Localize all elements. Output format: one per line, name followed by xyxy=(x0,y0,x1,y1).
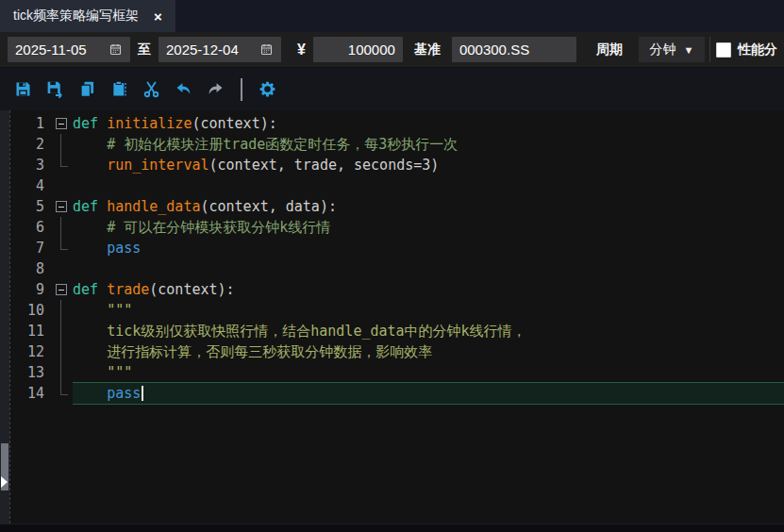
calendar-icon[interactable] xyxy=(108,42,123,57)
date-range-to-label: 至 xyxy=(138,42,151,58)
code-line[interactable]: 14 pass xyxy=(10,383,784,404)
code-text[interactable]: """ xyxy=(73,300,784,321)
code-segment: (context, trade, seconds=3) xyxy=(209,157,440,174)
undo-icon[interactable] xyxy=(174,79,193,99)
code-text[interactable]: 进行指标计算，否则每三秒获取分钟数据，影响效率 xyxy=(73,341,784,362)
code-text[interactable] xyxy=(73,175,784,196)
code-text[interactable]: """ xyxy=(73,362,784,383)
code-line[interactable]: 9def trade(context): xyxy=(10,279,784,300)
fold-guide xyxy=(52,175,73,196)
end-date-input[interactable]: 2025-12-04 xyxy=(158,37,281,62)
code-segment: # 初始化模块注册trade函数定时任务，每3秒执行一次 xyxy=(107,136,458,153)
code-segment xyxy=(73,157,107,174)
line-number: 6 xyxy=(10,217,52,238)
calendar-icon[interactable] xyxy=(259,42,274,57)
line-number: 10 xyxy=(10,300,52,321)
code-text[interactable] xyxy=(73,258,784,279)
code-segment xyxy=(73,385,107,402)
tab-strategy-file[interactable]: tick频率策略编写框架 × xyxy=(0,0,175,32)
currency-symbol: ¥ xyxy=(297,42,306,58)
fold-guide xyxy=(52,258,73,279)
paste-icon[interactable] xyxy=(109,79,129,99)
line-number: 4 xyxy=(10,175,52,196)
fold-collapse-icon[interactable] xyxy=(56,284,67,295)
code-segment: """ xyxy=(107,364,132,381)
code-area[interactable]: 1def initialize(context):2 # 初始化模块注册trad… xyxy=(9,110,784,524)
line-number: 1 xyxy=(10,113,52,134)
code-line[interactable]: 2 # 初始化模块注册trade函数定时任务，每3秒执行一次 xyxy=(10,134,784,155)
line-number: 8 xyxy=(10,258,52,279)
code-text[interactable]: def initialize(context): xyxy=(73,113,784,134)
code-text[interactable]: def trade(context): xyxy=(73,279,784,300)
code-line[interactable]: 7 pass xyxy=(10,238,784,258)
code-line[interactable]: 12 进行指标计算，否则每三秒获取分钟数据，影响效率 xyxy=(10,341,784,362)
tab-title: tick频率策略编写框架 xyxy=(13,8,139,25)
line-number: 11 xyxy=(10,321,52,341)
code-segment xyxy=(73,136,107,153)
start-date-input[interactable]: 2025-11-05 xyxy=(8,37,130,62)
fold-guide xyxy=(52,362,73,383)
code-text[interactable]: # 初始化模块注册trade函数定时任务，每3秒执行一次 xyxy=(73,134,784,155)
bottom-strip xyxy=(0,524,784,532)
performance-label: 性能分 xyxy=(738,42,777,58)
code-segment: handle_data xyxy=(107,198,200,215)
toolbar-separator xyxy=(241,78,242,101)
capital-input[interactable]: 100000 xyxy=(313,37,403,62)
code-line[interactable]: 4 xyxy=(10,175,784,196)
code-segment xyxy=(73,343,107,360)
fold-toggle[interactable] xyxy=(52,279,73,300)
code-line[interactable]: 11 tick级别仅获取快照行情，结合handle_data中的分钟k线行情， xyxy=(10,321,784,341)
code-segment: """ xyxy=(107,302,132,319)
code-segment xyxy=(73,302,107,319)
settings-gear-icon[interactable] xyxy=(258,79,277,99)
expand-panel-arrow-icon[interactable] xyxy=(1,476,8,488)
benchmark-label: 基准 xyxy=(414,42,441,58)
line-number: 9 xyxy=(10,279,52,300)
left-panel-splitter xyxy=(0,110,9,524)
save-as-icon[interactable] xyxy=(45,79,65,99)
code-text[interactable]: # 可以在分钟模块获取分钟k线行情 xyxy=(73,217,784,238)
period-label: 周期 xyxy=(596,42,623,58)
performance-checkbox[interactable] xyxy=(716,42,731,58)
code-text[interactable]: tick级别仅获取快照行情，结合handle_data中的分钟k线行情， xyxy=(73,321,784,341)
code-text[interactable]: pass xyxy=(73,383,784,404)
end-date-value: 2025-12-04 xyxy=(166,42,239,58)
code-line[interactable]: 6 # 可以在分钟模块获取分钟k线行情 xyxy=(10,217,784,238)
close-icon[interactable]: × xyxy=(154,9,162,24)
line-number: 13 xyxy=(10,362,52,383)
code-text[interactable]: pass xyxy=(73,238,784,258)
code-line[interactable]: 10 """ xyxy=(10,300,784,321)
period-value: 分钟 xyxy=(649,42,676,58)
capital-value: 100000 xyxy=(348,42,395,58)
fold-guide xyxy=(52,155,73,175)
copy-icon[interactable] xyxy=(77,79,97,99)
code-segment xyxy=(73,323,107,340)
save-icon[interactable] xyxy=(13,79,33,99)
code-line[interactable]: 5def handle_data(context, data): xyxy=(10,196,784,217)
fold-toggle[interactable] xyxy=(52,113,73,134)
code-editor[interactable]: 1def initialize(context):2 # 初始化模块注册trad… xyxy=(0,110,784,524)
fold-collapse-icon[interactable] xyxy=(56,201,67,212)
code-line[interactable]: 1def initialize(context): xyxy=(10,113,784,134)
code-segment xyxy=(73,364,107,381)
line-number: 7 xyxy=(10,238,52,258)
cut-icon[interactable] xyxy=(142,79,161,99)
code-segment: # 可以在分钟模块获取分钟k线行情 xyxy=(107,219,330,236)
code-segment: 进行指标计算，否则每三秒获取分钟数据，影响效率 xyxy=(107,343,432,360)
code-segment: (context): xyxy=(149,281,234,298)
line-number: 12 xyxy=(10,341,52,362)
period-dropdown[interactable]: 分钟 ▼ xyxy=(639,37,705,62)
code-text[interactable]: run_interval(context, trade, seconds=3) xyxy=(73,155,784,175)
redo-icon[interactable] xyxy=(206,79,225,99)
code-line[interactable]: 13 """ xyxy=(10,362,784,383)
code-text[interactable]: def handle_data(context, data): xyxy=(73,196,784,217)
fold-guide xyxy=(52,383,73,404)
benchmark-input[interactable]: 000300.SS xyxy=(452,37,576,62)
fold-toggle[interactable] xyxy=(52,196,73,217)
benchmark-value: 000300.SS xyxy=(459,42,529,58)
code-segment: initialize xyxy=(107,115,192,132)
fold-collapse-icon[interactable] xyxy=(56,118,67,129)
code-line[interactable]: 3 run_interval(context, trade, seconds=3… xyxy=(10,155,784,175)
code-segment: def xyxy=(73,281,107,298)
code-line[interactable]: 8 xyxy=(10,258,784,279)
